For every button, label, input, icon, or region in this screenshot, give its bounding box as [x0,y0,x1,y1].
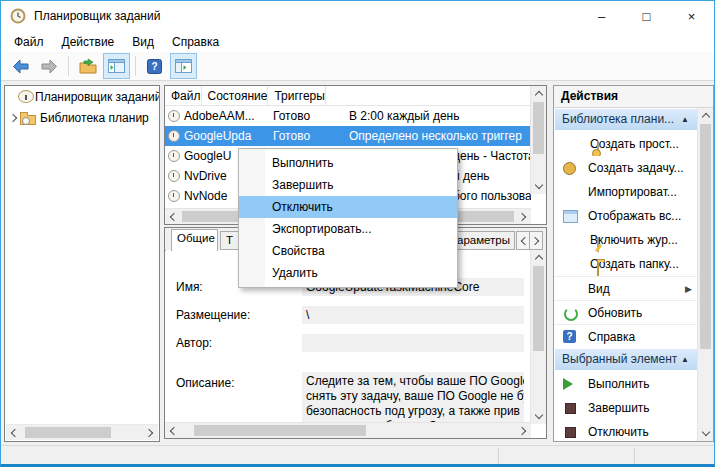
console-tree-toggle-button[interactable] [103,53,130,79]
task-state: Готово [267,129,343,143]
tab-scroll-buttons [517,231,543,250]
scroll-up-button[interactable] [531,86,546,101]
tree-item[interactable]: Библиотека планир [5,107,159,128]
tree-item-label: Планировщик заданий [35,90,159,104]
menu-item[interactable]: Справка [163,33,228,51]
action-label: Включить жур... [590,233,678,247]
scroll-left-button[interactable] [165,423,180,438]
menu-item[interactable]: Действие [53,33,124,51]
scroll-thumb[interactable] [533,102,544,154]
context-menu-item[interactable]: Отключить [239,196,457,218]
tree-item-label: Библиотека планир [40,111,149,125]
actions-vertical-scrollbar[interactable] [697,108,713,441]
actions-row[interactable]: Создать папку... [554,252,698,276]
actions-row[interactable]: Выбранный элемент ▲ [555,349,697,370]
actions-row[interactable]: Создать задачу... [554,156,698,180]
task-row[interactable]: GoogleUpda Готово Определено несколько т… [165,126,531,146]
scroll-thumb[interactable] [700,124,711,349]
toolbar-separator [68,56,69,76]
scroll-right-button[interactable] [143,425,158,440]
description-line: снять эту задачу, ваше ПО Google не бу [306,389,524,404]
actions-row[interactable]: Включить жур... [554,228,698,252]
actions-row[interactable]: Обновить [554,300,698,324]
collapse-caret-icon[interactable]: ▲ [681,109,689,130]
actions-row[interactable]: Выполнить [554,372,698,396]
action-label: Отключить [588,425,649,439]
context-menu-item[interactable]: Удалить [239,262,457,284]
actions-row[interactable]: Создать прост... [554,132,698,156]
console-tree-panel: Планировщик заданий Библиотека планир [4,85,160,442]
status-separator [498,448,499,464]
actions-panel: Действия Библиотека плани... ▲ Создать п… [553,85,714,442]
actions-row[interactable]: Отображать вс... [554,204,698,228]
column-header[interactable]: Файл [165,86,202,105]
actions-row[interactable]: Библиотека плани... ▲ [555,109,697,130]
actions-row[interactable]: Завершить [554,396,698,420]
task-file: AdobeAAM... [184,109,255,123]
export-folder-button[interactable] [74,53,101,79]
action-icon [563,162,576,175]
context-menu-item[interactable]: Завершить [239,174,457,196]
author-value [302,334,524,352]
tree-item[interactable]: Планировщик заданий [5,86,159,107]
detail-horizontal-scrollbar[interactable] [165,422,531,438]
detail-vertical-scrollbar[interactable] [530,250,546,424]
minimize-button[interactable]: – [579,1,624,31]
task-row[interactable]: AdobeAAM... Готово В 2:00 каждый день [165,106,531,126]
action-pane-toggle-button[interactable] [170,53,197,79]
export-folder-icon [79,58,97,74]
scroll-thumb[interactable] [25,427,111,438]
action-label: Справка [588,330,635,344]
task-scheduler-window: Планировщик заданий – □ × Файл Действие … [0,0,715,467]
scroll-thumb[interactable] [194,425,366,436]
scroll-down-button[interactable] [531,179,546,194]
actions-row[interactable]: Импортироват... [554,180,698,204]
list-vertical-scrollbar[interactable] [530,86,546,194]
scroll-up-button[interactable] [698,108,713,123]
action-label: Выполнить [588,377,650,391]
scroll-down-button[interactable] [698,426,713,441]
toolbar: ? [1,52,714,81]
tab-scroll-right-button[interactable] [529,231,543,250]
column-header[interactable]: Состояние [202,86,269,105]
forward-button[interactable] [36,53,63,79]
context-menu-item[interactable]: Свойства [239,240,457,262]
tree-horizontal-scrollbar[interactable] [6,424,158,440]
help-button[interactable]: ? [141,53,168,79]
column-header[interactable]: Триггеры [268,86,326,105]
description-line: Следите за тем, чтобы ваше ПО Google [306,374,524,389]
forward-icon [41,59,58,74]
actions-row[interactable]: Вид ▶ [554,276,698,300]
back-button[interactable] [7,53,34,79]
scroll-thumb[interactable] [533,266,544,351]
action-label: Создать задачу... [588,161,684,175]
scroll-down-button[interactable] [531,409,546,424]
action-label: Создать прост... [590,137,679,151]
context-menu-item[interactable]: Выполнить [239,152,457,174]
scroll-left-button[interactable] [165,209,180,224]
scroll-left-button[interactable] [6,425,21,440]
menu-bar: Файл Действие Вид Справка [1,31,714,52]
menu-item[interactable]: Файл [5,33,53,51]
scroll-right-button[interactable] [516,423,531,438]
location-label: Размещение: [166,306,302,324]
console-tree-toggle-icon [108,59,125,73]
actions-row[interactable]: Отключить [554,420,698,441]
window-title: Планировщик заданий [34,9,579,23]
app-clock-icon [10,8,26,24]
expand-chevron-icon[interactable] [8,115,20,121]
detail-tab[interactable]: Общие [171,229,218,251]
detail-tab[interactable]: араметры [451,231,515,250]
menu-item[interactable]: Вид [123,33,163,51]
maximize-button[interactable]: □ [624,1,669,31]
action-label: Выбранный элемент [562,352,677,366]
collapse-caret-icon[interactable]: ▲ [681,349,689,370]
context-menu-item[interactable]: Экспортировать... [239,218,457,240]
scroll-right-button[interactable] [516,209,531,224]
close-button[interactable]: × [669,1,714,31]
action-icon [563,210,578,223]
action-label: Импортироват... [588,185,677,199]
actions-row[interactable]: Справка [554,324,698,348]
scroll-up-button[interactable] [531,250,546,265]
tab-scroll-left-button[interactable] [516,231,530,250]
